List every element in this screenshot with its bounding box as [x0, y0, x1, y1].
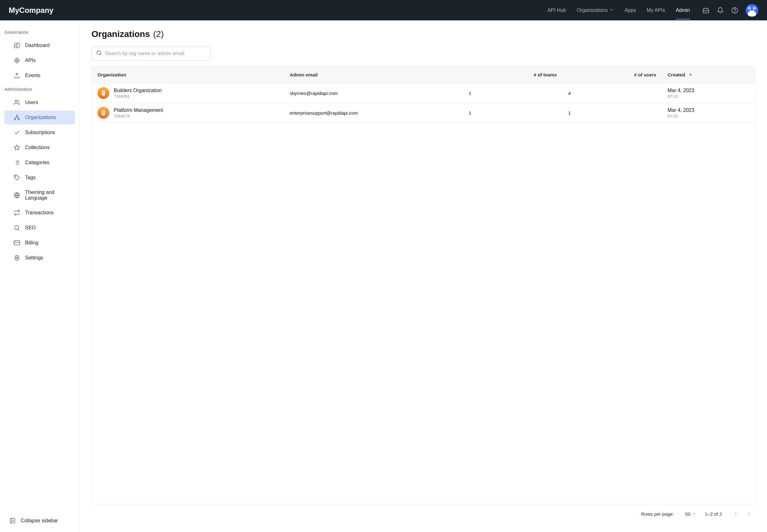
bell-icon[interactable]: [717, 7, 724, 14]
nav-api-hub[interactable]: API Hub: [547, 1, 566, 19]
svg-rect-42: [102, 111, 105, 115]
sidebar-item-label: Collections: [25, 145, 50, 150]
page-count: (2): [153, 29, 164, 39]
sidebar-item-organizations[interactable]: Organizations: [4, 111, 75, 124]
sidebar-item-transactions[interactable]: Transactions: [4, 206, 75, 220]
org-tree-icon: [14, 114, 20, 121]
nav-my-apis[interactable]: My APIs: [647, 1, 665, 19]
sidebar-item-users[interactable]: Users: [4, 96, 75, 109]
svg-rect-46: [104, 112, 104, 113]
inbox-icon[interactable]: [702, 7, 709, 14]
svg-rect-38: [103, 91, 103, 92]
svg-marker-47: [693, 514, 695, 514]
svg-rect-44: [104, 111, 104, 112]
table-row[interactable]: Builders Organization 7244281 sbyrnes@ra…: [92, 83, 755, 103]
svg-rect-39: [104, 91, 104, 92]
nav-apps[interactable]: Apps: [624, 1, 636, 19]
rows-per-page-select[interactable]: 50: [685, 511, 696, 517]
sidebar-item-label: SEO: [25, 225, 36, 231]
rows-value: 50: [685, 511, 691, 517]
sidebar: Governance Dashboard APIs Events Adminis…: [0, 20, 80, 532]
sidebar-item-billing[interactable]: Billing: [4, 236, 75, 250]
prev-page-button[interactable]: [731, 509, 741, 519]
cell-admin-email: enterprisesupport@rapidapi.com: [284, 103, 463, 123]
sidebar-item-label: Organizations: [25, 115, 56, 120]
svg-point-13: [16, 115, 18, 116]
org-id: 7244278: [114, 114, 163, 118]
sidebar-item-dashboard[interactable]: Dashboard: [4, 39, 75, 52]
sidebar-item-label: Tags: [25, 175, 36, 180]
list-icon: [14, 159, 20, 166]
user-avatar[interactable]: [746, 4, 758, 17]
check-icon: [14, 129, 20, 136]
svg-point-15: [18, 119, 19, 120]
col-organization[interactable]: Organization: [92, 66, 284, 83]
cell-users: 4: [562, 83, 662, 103]
sidebar-item-apis[interactable]: APIs: [4, 54, 75, 67]
sidebar-item-label: APIs: [25, 58, 36, 63]
col-created[interactable]: Created: [662, 66, 755, 83]
sort-desc-icon: [688, 72, 693, 76]
table-row[interactable]: Platform Management 7244278 enterprisesu…: [92, 103, 755, 123]
org-avatar-icon: [97, 107, 109, 119]
org-avatar-icon: [97, 87, 109, 99]
nav-admin[interactable]: Admin: [676, 1, 690, 19]
brand-logo[interactable]: MyCompany: [9, 6, 54, 15]
svg-line-35: [100, 54, 101, 55]
next-page-button[interactable]: [744, 509, 754, 519]
settings-icon: [14, 255, 20, 261]
svg-point-12: [15, 100, 17, 102]
cell-created-date: Mar 4, 2023: [668, 107, 749, 113]
sidebar-item-events[interactable]: Events: [4, 69, 75, 82]
sidebar-section-administration: Administration: [0, 83, 79, 95]
sidebar-item-label: Theming and Language: [25, 190, 70, 201]
svg-rect-37: [102, 91, 105, 96]
globe-icon: [14, 192, 20, 198]
col-teams[interactable]: # of teams: [463, 66, 562, 83]
org-name: Builders Organization: [114, 88, 162, 93]
page-title-text: Organizations: [91, 29, 150, 39]
search-input[interactable]: [105, 51, 206, 56]
svg-rect-41: [104, 93, 104, 94]
nav-organizations[interactable]: Organizations: [577, 1, 614, 19]
col-users[interactable]: # of users: [562, 66, 662, 83]
sidebar-item-settings[interactable]: Settings: [4, 251, 75, 265]
nav-label: API Hub: [547, 8, 566, 13]
svg-marker-30: [15, 255, 19, 261]
tag-icon: [14, 175, 20, 181]
org-name: Platform Management: [114, 107, 163, 113]
svg-line-27: [18, 229, 19, 230]
top-nav: API Hub Organizations Apps My APIs Admin: [547, 1, 690, 19]
sidebar-item-seo[interactable]: SEO: [4, 221, 75, 235]
sidebar-item-subscriptions[interactable]: Subscriptions: [4, 126, 75, 139]
sidebar-item-tags[interactable]: Tags: [4, 171, 75, 185]
nav-label: Admin: [676, 8, 690, 13]
svg-point-6: [15, 58, 19, 62]
svg-point-31: [16, 257, 18, 259]
sidebar-item-theming[interactable]: Theming and Language: [4, 186, 75, 205]
sidebar-item-collections[interactable]: Collections: [4, 141, 75, 154]
sidebar-item-label: Transactions: [25, 210, 54, 216]
collapse-sidebar-button[interactable]: Collapse sidebar: [0, 512, 79, 532]
main-content: Organizations (2) Organization Admin ema…: [80, 20, 767, 532]
pagination: Rows per page: 50 1–2 of 2: [91, 504, 755, 523]
app-header: MyCompany API Hub Organizations Apps My …: [0, 0, 767, 20]
sidebar-item-label: Billing: [25, 240, 39, 246]
org-table: Organization Admin email # of teams # of…: [92, 66, 755, 123]
sidebar-item-categories[interactable]: Categories: [4, 156, 75, 170]
cell-admin-email: sbyrnes@rapidapi.com: [284, 83, 463, 103]
svg-point-5: [16, 60, 18, 61]
help-icon[interactable]: [731, 7, 738, 14]
collapse-label: Collapse sidebar: [21, 518, 58, 524]
users-icon: [14, 99, 20, 106]
sidebar-item-label: Categories: [25, 160, 49, 165]
swap-icon: [14, 210, 20, 216]
cell-teams: 1: [463, 83, 562, 103]
sidebar-item-label: Dashboard: [25, 43, 50, 48]
search-box[interactable]: [91, 47, 211, 60]
col-admin-email[interactable]: Admin email: [284, 66, 463, 83]
upload-icon: [14, 72, 20, 79]
sidebar-item-label: Subscriptions: [25, 130, 55, 135]
sidebar-item-label: Events: [25, 73, 40, 78]
sidebar-item-label: Settings: [25, 255, 43, 261]
